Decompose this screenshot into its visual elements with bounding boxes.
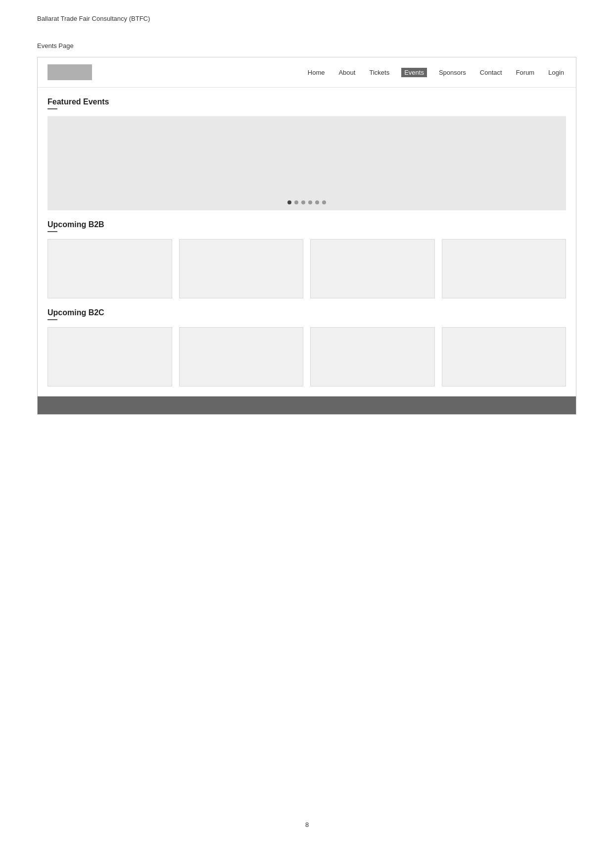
page-section-label: Events Page <box>37 42 74 49</box>
b2c-card-3[interactable] <box>310 327 435 386</box>
carousel-dot-3[interactable] <box>301 200 305 204</box>
carousel-dot-4[interactable] <box>308 200 312 204</box>
nav-bar: Home About Tickets Events Sponsors Conta… <box>38 57 576 88</box>
brand-label: Ballarat Trade Fair Consultancy (BTFC) <box>37 15 150 22</box>
nav-link-home[interactable]: Home <box>306 68 327 77</box>
upcoming-b2b-section: Upcoming B2B <box>47 220 566 298</box>
b2b-card-3[interactable] <box>310 239 435 298</box>
upcoming-b2c-section: Upcoming B2C <box>47 308 566 386</box>
featured-events-carousel[interactable] <box>47 116 566 210</box>
b2b-grid <box>47 239 566 298</box>
nav-link-login[interactable]: Login <box>546 68 566 77</box>
featured-events-title: Featured Events <box>47 97 566 106</box>
b2c-card-1[interactable] <box>47 327 172 386</box>
b2b-underline <box>47 231 57 232</box>
featured-events-underline <box>47 108 57 109</box>
b2b-card-1[interactable] <box>47 239 172 298</box>
nav-link-forum[interactable]: Forum <box>514 68 537 77</box>
nav-link-about[interactable]: About <box>336 68 357 77</box>
page-footer <box>38 396 576 414</box>
b2b-card-4[interactable] <box>442 239 567 298</box>
carousel-dot-1[interactable] <box>287 200 291 204</box>
b2c-card-2[interactable] <box>179 327 304 386</box>
nav-link-events[interactable]: Events <box>401 68 427 77</box>
nav-links: Home About Tickets Events Sponsors Conta… <box>306 68 566 77</box>
browser-frame: Home About Tickets Events Sponsors Conta… <box>37 57 576 415</box>
nav-link-tickets[interactable]: Tickets <box>367 68 391 77</box>
nav-link-contact[interactable]: Contact <box>478 68 504 77</box>
b2c-underline <box>47 319 57 320</box>
b2c-card-4[interactable] <box>442 327 567 386</box>
content-area: Featured Events Upcoming B2B <box>38 88 576 386</box>
nav-logo <box>47 64 92 80</box>
page-number: 8 <box>305 821 309 828</box>
carousel-dot-5[interactable] <box>315 200 319 204</box>
carousel-dots <box>287 200 326 204</box>
featured-events-section: Featured Events <box>47 97 566 210</box>
nav-link-sponsors[interactable]: Sponsors <box>437 68 468 77</box>
carousel-dot-6[interactable] <box>322 200 326 204</box>
b2c-title: Upcoming B2C <box>47 308 566 317</box>
carousel-dot-2[interactable] <box>294 200 298 204</box>
b2c-grid <box>47 327 566 386</box>
b2b-card-2[interactable] <box>179 239 304 298</box>
b2b-title: Upcoming B2B <box>47 220 566 229</box>
